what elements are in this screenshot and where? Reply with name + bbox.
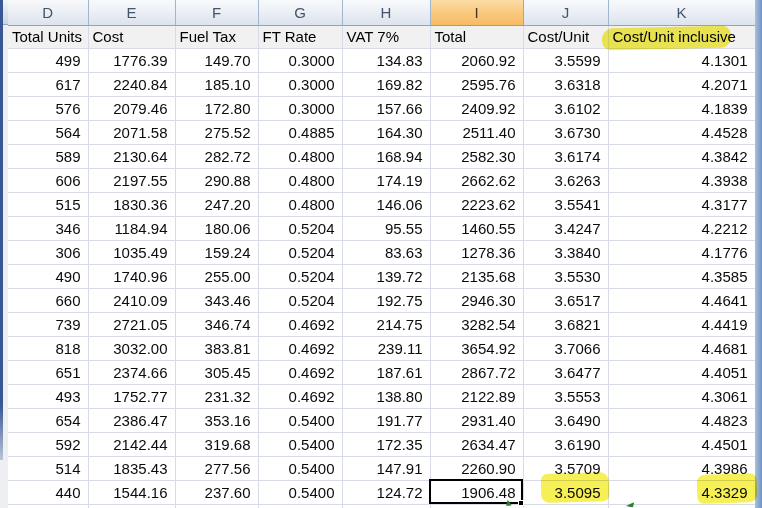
data-cell[interactable] bbox=[342, 504, 430, 508]
data-cell[interactable]: 4.3061 bbox=[608, 384, 755, 408]
data-cell[interactable]: 1184.94 bbox=[88, 216, 175, 240]
data-cell[interactable]: 3.6490 bbox=[523, 408, 608, 432]
data-cell[interactable]: 4.4528 bbox=[608, 120, 755, 144]
data-cell[interactable]: 2662.62 bbox=[430, 168, 523, 192]
data-cell[interactable]: 592 bbox=[8, 432, 88, 456]
header-cell-I[interactable]: Total bbox=[430, 25, 523, 48]
data-cell[interactable]: 2060.92 bbox=[430, 48, 523, 72]
data-cell[interactable]: 282.72 bbox=[175, 144, 258, 168]
data-cell[interactable]: 139.72 bbox=[342, 264, 430, 288]
data-cell[interactable]: 319.68 bbox=[175, 432, 258, 456]
data-cell[interactable]: 2142.44 bbox=[88, 432, 175, 456]
data-cell[interactable]: 589 bbox=[8, 144, 88, 168]
data-cell[interactable]: 1835.43 bbox=[88, 456, 175, 480]
data-cell[interactable]: 306 bbox=[8, 240, 88, 264]
data-cell[interactable]: 172.80 bbox=[175, 96, 258, 120]
data-cell[interactable]: 617 bbox=[8, 72, 88, 96]
data-cell[interactable]: 164.30 bbox=[342, 120, 430, 144]
data-cell[interactable]: 83.63 bbox=[342, 240, 430, 264]
data-cell[interactable]: 191.77 bbox=[342, 408, 430, 432]
data-cell[interactable]: 606 bbox=[8, 168, 88, 192]
data-cell[interactable]: 3.5709 bbox=[523, 456, 608, 480]
data-cell[interactable]: 159.24 bbox=[175, 240, 258, 264]
data-cell[interactable]: 2595.76 bbox=[430, 72, 523, 96]
data-cell[interactable]: 739 bbox=[8, 312, 88, 336]
data-cell[interactable]: 4.4823 bbox=[608, 408, 755, 432]
column-header-F[interactable]: F bbox=[175, 0, 258, 25]
header-cell-H[interactable]: VAT 7% bbox=[342, 25, 430, 48]
data-cell[interactable]: 490 bbox=[8, 264, 88, 288]
data-cell[interactable]: 3032.00 bbox=[88, 336, 175, 360]
data-cell[interactable]: 4.2071 bbox=[608, 72, 755, 96]
data-cell[interactable]: 180.06 bbox=[175, 216, 258, 240]
header-cell-F[interactable]: Fuel Tax bbox=[175, 25, 258, 48]
data-cell[interactable]: 4.4051 bbox=[608, 360, 755, 384]
data-cell[interactable]: 0.4692 bbox=[258, 312, 342, 336]
data-cell[interactable]: 651 bbox=[8, 360, 88, 384]
data-cell[interactable]: 4.3842 bbox=[608, 144, 755, 168]
data-cell[interactable]: 3.6821 bbox=[523, 312, 608, 336]
data-cell[interactable]: 3654.92 bbox=[430, 336, 523, 360]
data-cell[interactable]: 3282.54 bbox=[430, 312, 523, 336]
data-cell[interactable]: 0.4885 bbox=[258, 120, 342, 144]
data-cell[interactable]: 157.66 bbox=[342, 96, 430, 120]
data-cell[interactable]: 2223.62 bbox=[430, 192, 523, 216]
fill-handle[interactable] bbox=[518, 500, 524, 506]
data-cell[interactable]: 3.6517 bbox=[523, 288, 608, 312]
data-cell[interactable]: 1830.36 bbox=[88, 192, 175, 216]
data-cell[interactable]: 1460.55 bbox=[430, 216, 523, 240]
data-cell[interactable]: 0.5400 bbox=[258, 456, 342, 480]
data-cell[interactable]: 174.19 bbox=[342, 168, 430, 192]
data-cell[interactable]: 275.52 bbox=[175, 120, 258, 144]
data-cell[interactable]: 3.6102 bbox=[523, 96, 608, 120]
data-cell[interactable]: 168.94 bbox=[342, 144, 430, 168]
data-cell[interactable]: 2634.47 bbox=[430, 432, 523, 456]
header-cell-G[interactable]: FT Rate bbox=[258, 25, 342, 48]
data-cell[interactable]: 343.46 bbox=[175, 288, 258, 312]
data-cell[interactable]: 654 bbox=[8, 408, 88, 432]
scrollbar-edge[interactable] bbox=[755, 0, 762, 508]
data-cell[interactable]: 818 bbox=[8, 336, 88, 360]
data-cell[interactable]: 660 bbox=[8, 288, 88, 312]
data-cell[interactable]: 0.3000 bbox=[258, 96, 342, 120]
data-cell[interactable]: 0.4692 bbox=[258, 384, 342, 408]
data-cell[interactable]: 239.11 bbox=[342, 336, 430, 360]
data-cell[interactable]: 440 bbox=[8, 480, 88, 504]
selected-cell[interactable]: 1906.48 bbox=[430, 480, 523, 504]
data-cell[interactable]: 4.3585 bbox=[608, 264, 755, 288]
data-cell[interactable]: 2582.30 bbox=[430, 144, 523, 168]
data-cell[interactable] bbox=[88, 504, 175, 508]
data-cell[interactable]: 2374.66 bbox=[88, 360, 175, 384]
column-header-E[interactable]: E bbox=[88, 0, 175, 25]
data-cell[interactable]: 576 bbox=[8, 96, 88, 120]
data-cell[interactable]: 255.00 bbox=[175, 264, 258, 288]
header-cell-K[interactable]: Cost/Unit inclusive bbox=[608, 25, 755, 48]
data-cell[interactable]: 187.61 bbox=[342, 360, 430, 384]
data-cell[interactable]: 3.7066 bbox=[523, 336, 608, 360]
data-cell[interactable]: 1752.77 bbox=[88, 384, 175, 408]
data-cell[interactable]: 0.4692 bbox=[258, 360, 342, 384]
data-cell[interactable]: 305.45 bbox=[175, 360, 258, 384]
data-cell[interactable]: 0.4800 bbox=[258, 168, 342, 192]
header-cell-E[interactable]: Cost bbox=[88, 25, 175, 48]
column-header-G[interactable]: G bbox=[258, 0, 342, 25]
data-cell[interactable]: 2135.68 bbox=[430, 264, 523, 288]
data-cell[interactable]: 3.6318 bbox=[523, 72, 608, 96]
header-cell-D[interactable]: Total Units bbox=[8, 25, 88, 48]
data-cell[interactable]: 2071.58 bbox=[88, 120, 175, 144]
data-cell[interactable]: 146.06 bbox=[342, 192, 430, 216]
data-cell[interactable]: 214.75 bbox=[342, 312, 430, 336]
data-cell[interactable]: 149.70 bbox=[175, 48, 258, 72]
data-cell[interactable]: 493 bbox=[8, 384, 88, 408]
data-cell[interactable]: 4.3329 bbox=[608, 480, 755, 504]
data-cell[interactable]: 3.5095 bbox=[523, 480, 608, 504]
data-cell[interactable]: 2386.47 bbox=[88, 408, 175, 432]
data-cell[interactable]: 2409.92 bbox=[430, 96, 523, 120]
data-cell[interactable]: 2511.40 bbox=[430, 120, 523, 144]
data-cell[interactable]: 185.10 bbox=[175, 72, 258, 96]
data-cell[interactable]: 346.74 bbox=[175, 312, 258, 336]
data-cell[interactable]: 2130.64 bbox=[88, 144, 175, 168]
data-cell[interactable]: 4.3986 bbox=[608, 456, 755, 480]
column-header-D[interactable]: D bbox=[8, 0, 88, 25]
data-cell[interactable]: 2079.46 bbox=[88, 96, 175, 120]
